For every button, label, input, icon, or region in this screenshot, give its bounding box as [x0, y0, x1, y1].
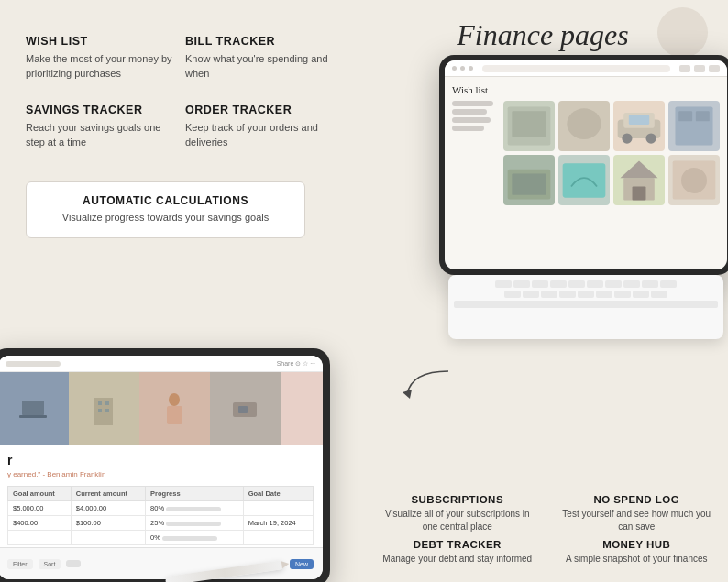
svg-rect-20	[678, 111, 692, 121]
row3-date	[243, 531, 313, 545]
svg-rect-27	[633, 187, 646, 201]
tr-img-house	[613, 155, 665, 205]
tr-dot-3	[469, 66, 473, 71]
screen-img-building	[69, 372, 139, 445]
svg-point-13	[567, 108, 601, 139]
screen-img-desk	[210, 372, 281, 445]
table-row: $5,000.00 $4,000.00 80%	[8, 501, 314, 516]
tr-icon-3	[709, 65, 720, 72]
svg-point-29	[681, 168, 707, 193]
screen-table: Goal amount Current amount Progress Goal…	[7, 486, 314, 545]
progress-bar-3	[162, 536, 217, 541]
key	[614, 291, 631, 298]
tablet-right-device: Wish list	[439, 55, 728, 275]
svg-rect-8	[167, 406, 182, 424]
bill-tracker-desc: Know what you're spending and when	[185, 52, 332, 82]
screen-img-laptop	[0, 372, 69, 445]
key	[504, 291, 521, 298]
feature-money-hub: MONEY HUB A simple snapshot of your fina…	[557, 539, 718, 566]
tablet-left-mockup: Share ⊙ ☆ ···	[0, 348, 330, 582]
wish-list-desc: Make the most of your money by prioritiz…	[26, 52, 172, 82]
feature-wish-list: WISH LIST Make the most of your money by…	[26, 26, 185, 94]
col-goal-amount: Goal amount	[8, 487, 72, 501]
svg-rect-12	[512, 111, 546, 137]
key	[596, 291, 612, 298]
tr-img-2	[558, 101, 610, 151]
screen-img-pink	[281, 372, 323, 445]
svg-rect-23	[512, 174, 546, 195]
table-row: 0%	[8, 531, 314, 545]
key	[495, 280, 512, 288]
no-spend-log-desc: Test yourself and see how much you can s…	[557, 508, 718, 533]
tr-images-grid	[503, 101, 720, 205]
row1-goal: $5,000.00	[8, 501, 72, 516]
svg-point-7	[169, 393, 180, 406]
tr-img-1	[503, 101, 555, 151]
screen-top-bar: Share ⊙ ☆ ···	[0, 356, 323, 372]
debt-tracker-title: DEBT TRACKER	[377, 539, 538, 550]
svg-rect-4	[105, 401, 109, 405]
spacebar	[454, 301, 718, 308]
key	[541, 291, 557, 298]
filter-button[interactable]: Filter	[7, 559, 33, 569]
bill-tracker-title: BILL TRACKER	[185, 35, 332, 48]
svg-rect-24	[563, 163, 606, 197]
highlight-desc: Visualize progress towards your savings …	[45, 211, 286, 225]
tr-icon-1	[679, 65, 690, 72]
arrow-icon	[403, 367, 458, 403]
tr-content-row	[452, 101, 720, 210]
tr-img-5	[503, 155, 555, 205]
row2-progress: 25%	[146, 516, 244, 531]
row2-goal: $400.00	[8, 516, 72, 531]
tr-toolbar-icons	[679, 65, 720, 72]
highlight-title: AUTOMATIC CALCULATIONS	[45, 194, 286, 207]
subscriptions-title: SUBSCRIPTIONS	[377, 494, 538, 505]
features-grid-top: WISH LIST Make the most of your money by…	[26, 26, 345, 163]
screen-spreadsheet-title: r	[7, 453, 314, 467]
order-tracker-title: ORDER TRACKER	[185, 104, 332, 116]
no-spend-log-title: NO SPEND LOG	[557, 494, 718, 505]
svg-rect-18	[629, 115, 649, 125]
feature-savings-tracker: SAVINGS TRACKER Reach your savings goals…	[26, 94, 185, 163]
svg-rect-21	[696, 111, 710, 121]
money-hub-title: MONEY HUB	[557, 539, 718, 550]
key-row-1	[454, 280, 718, 288]
tr-img-4	[668, 101, 720, 151]
key	[587, 280, 603, 288]
page: WISH LIST Make the most of your money by…	[0, 0, 728, 582]
svg-rect-2	[94, 398, 113, 425]
subscriptions-desc: Visualize all of your subscriptions in o…	[377, 508, 538, 533]
screen-breadcrumb	[6, 361, 61, 367]
wish-list-title: WISH LIST	[26, 35, 172, 48]
svg-rect-0	[22, 401, 44, 415]
svg-marker-30	[403, 390, 412, 399]
key	[633, 291, 649, 298]
feature-no-spend-log: NO SPEND LOG Test yourself and see how m…	[557, 494, 718, 533]
highlight-box: AUTOMATIC CALCULATIONS Visualize progres…	[26, 181, 305, 238]
row3-goal	[8, 531, 72, 545]
screen-quote: y earned." - Benjamin Franklin	[7, 470, 314, 478]
tr-tags-left	[452, 101, 498, 210]
key	[578, 291, 594, 298]
progress-bar-1	[166, 507, 221, 511]
sort-button[interactable]: Sort	[39, 559, 61, 569]
debt-tracker-desc: Manage your debt and stay informed	[377, 553, 538, 566]
savings-tracker-title: SAVINGS TRACKER	[26, 104, 172, 116]
tablet-right-screen: Wish list	[445, 60, 727, 269]
key	[532, 280, 548, 288]
svg-point-17	[645, 133, 656, 143]
svg-rect-1	[19, 415, 47, 418]
bottom-features-grid: SUBSCRIPTIONS Visualize all of your subs…	[366, 494, 728, 566]
new-button[interactable]: New	[290, 559, 314, 569]
key-row-2	[454, 291, 718, 298]
key	[559, 291, 576, 298]
key	[523, 291, 539, 298]
key	[651, 291, 667, 298]
key	[513, 280, 530, 288]
tr-dot-1	[452, 66, 457, 71]
svg-marker-26	[620, 161, 657, 179]
col-progress: Progress	[146, 487, 244, 501]
search-icon	[66, 560, 81, 567]
keyboard	[448, 275, 723, 339]
tr-url-bar	[482, 65, 670, 72]
